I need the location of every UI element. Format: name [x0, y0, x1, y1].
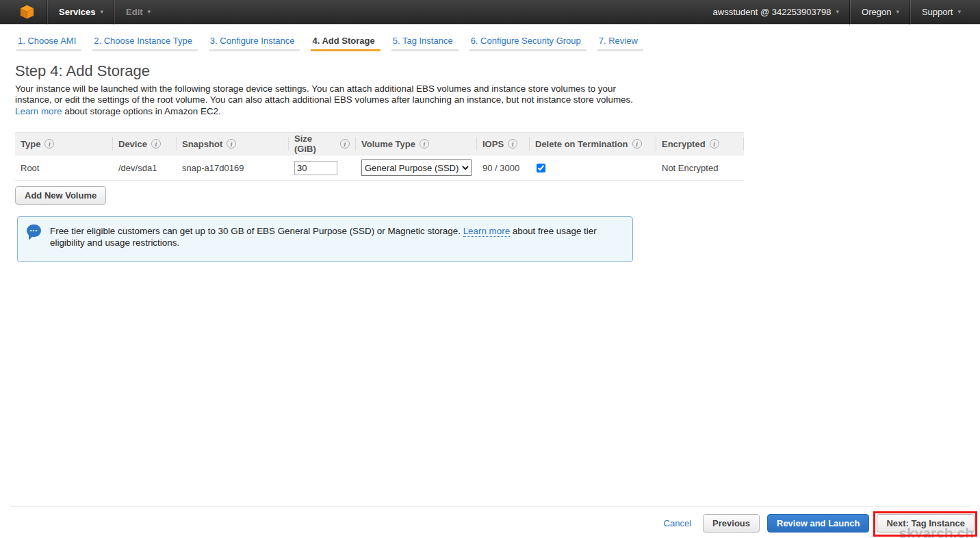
column-header-label: Volume Type — [361, 139, 415, 149]
footer: Cancel Previous Review and Launch Next: … — [0, 506, 980, 533]
column-header-device: Device i — [113, 137, 177, 151]
cancel-link[interactable]: Cancel — [664, 518, 691, 528]
region-menu[interactable]: Oregon ▾ — [851, 0, 910, 24]
notice-text: Free tier eligible customers can get up … — [50, 226, 463, 236]
tab-configure-instance[interactable]: 3. Configure Instance — [209, 36, 300, 51]
column-header-encrypted: Encrypted i — [656, 137, 744, 151]
cell-delete-on-termination — [530, 164, 656, 172]
support-menu[interactable]: Support ▾ — [911, 0, 972, 24]
info-icon[interactable]: i — [227, 139, 236, 149]
column-header-label: Size (GiB) — [294, 133, 336, 154]
next-button-wrap: Next: Tag Instance skyarch.ch — [877, 514, 975, 533]
chevron-down-icon: ▾ — [896, 9, 899, 15]
add-new-volume-button[interactable]: Add New Volume — [15, 186, 106, 205]
support-menu-label: Support — [922, 7, 953, 17]
cell-encrypted: Not Encrypted — [656, 163, 744, 173]
page-title: Step 4: Add Storage — [15, 62, 980, 80]
column-header-snapshot: Snapshot i — [177, 137, 289, 151]
delete-on-termination-checkbox[interactable] — [537, 164, 545, 172]
info-icon[interactable]: i — [632, 139, 642, 149]
column-header-size: Size (GiB) i — [289, 137, 356, 151]
column-header-delete-on-termination: Delete on Termination i — [530, 137, 656, 151]
info-icon[interactable]: i — [151, 139, 161, 149]
table-row: Root /dev/sda1 snap-a17d0169 General Pur… — [15, 155, 744, 181]
wizard-tabs: 1. Choose AMI 2. Choose Instance Type 3.… — [16, 36, 980, 51]
review-and-launch-button[interactable]: Review and Launch — [767, 514, 869, 533]
services-menu-label: Services — [59, 7, 96, 17]
page-description: Your instance will be launched with the … — [15, 84, 643, 117]
chevron-down-icon: ▾ — [148, 9, 151, 15]
cell-size — [289, 161, 356, 175]
info-icon[interactable]: i — [420, 139, 429, 149]
ec2-launch-wizard-page: Services ▾ Edit ▾ awsstudent @ 342253903… — [0, 0, 980, 538]
tab-tag-instance[interactable]: 5. Tag Instance — [391, 36, 459, 51]
column-header-label: Type — [21, 139, 40, 149]
learn-more-link[interactable]: Learn more — [15, 106, 62, 116]
cell-iops: 90 / 3000 — [477, 163, 530, 173]
storage-table-header: Type i Device i Snapshot i Size (GiB) i … — [15, 132, 744, 155]
top-nav-bar: Services ▾ Edit ▾ awsstudent @ 342253903… — [0, 0, 980, 25]
chevron-down-icon: ▾ — [101, 9, 104, 15]
bubble-dots: ••• — [30, 228, 38, 233]
description-text: about storage options in Amazon EC2. — [62, 106, 220, 116]
column-header-type: Type i — [15, 137, 113, 151]
column-header-label: Delete on Termination — [535, 139, 628, 149]
cell-snapshot: snap-a17d0169 — [177, 163, 289, 173]
account-menu[interactable]: awsstudent @ 342253903798 ▾ — [702, 0, 850, 24]
info-icon[interactable]: i — [710, 139, 719, 149]
column-header-label: Encrypted — [662, 139, 706, 149]
chevron-down-icon: ▾ — [957, 9, 961, 15]
column-header-iops: IOPS i — [477, 137, 530, 151]
account-menu-label: awsstudent @ 342253903798 — [713, 7, 831, 17]
tab-choose-ami[interactable]: 1. Choose AMI — [16, 36, 81, 51]
info-icon[interactable]: i — [44, 139, 54, 149]
notice-learn-more-link[interactable]: Learn more — [463, 226, 510, 237]
description-text: Your instance will be launched with the … — [15, 84, 633, 105]
chat-bubble-icon: ••• — [27, 225, 41, 237]
tab-choose-instance-type[interactable]: 2. Choose Instance Type — [92, 36, 198, 51]
next-tag-instance-button[interactable]: Next: Tag Instance — [877, 514, 975, 533]
volume-type-select[interactable]: General Purpose (SSD) — [361, 159, 472, 176]
column-header-label: IOPS — [482, 139, 504, 149]
storage-table: Type i Device i Snapshot i Size (GiB) i … — [15, 132, 744, 181]
edit-menu[interactable]: Edit ▾ — [115, 0, 162, 24]
free-tier-notice: ••• Free tier eligible customers can get… — [17, 216, 633, 262]
edit-menu-label: Edit — [126, 7, 143, 17]
footer-actions: Cancel Previous Review and Launch Next: … — [0, 507, 980, 533]
tab-review[interactable]: 7. Review — [597, 36, 643, 51]
tab-configure-security-group[interactable]: 6. Configure Security Group — [469, 36, 586, 51]
previous-button[interactable]: Previous — [703, 514, 760, 533]
column-header-label: Device — [118, 139, 147, 149]
cell-type: Root — [15, 163, 113, 173]
chevron-down-icon: ▾ — [836, 9, 839, 15]
info-icon[interactable]: i — [508, 139, 517, 149]
services-menu[interactable]: Services ▾ — [48, 0, 114, 24]
aws-logo-icon[interactable] — [0, 0, 47, 24]
size-input[interactable] — [294, 161, 337, 175]
cell-device: /dev/sda1 — [113, 163, 177, 173]
region-menu-label: Oregon — [862, 7, 891, 17]
cell-volume-type: General Purpose (SSD) — [356, 159, 477, 176]
info-icon[interactable]: i — [340, 139, 350, 149]
column-header-volume-type: Volume Type i — [356, 137, 477, 151]
column-header-label: Snapshot — [182, 139, 222, 149]
tab-add-storage[interactable]: 4. Add Storage — [311, 36, 380, 51]
